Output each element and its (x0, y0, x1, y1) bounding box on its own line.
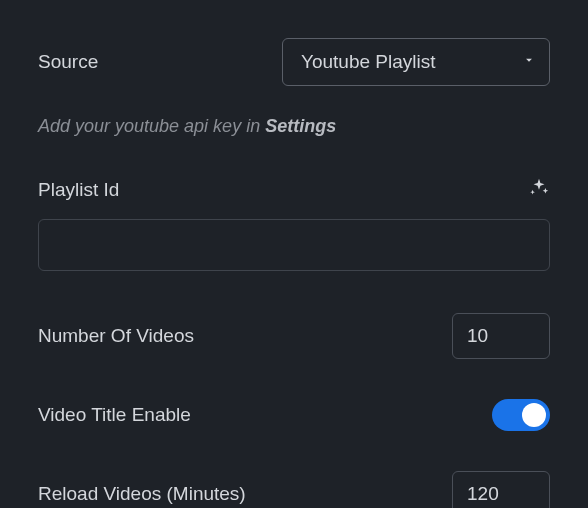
source-select-value: Youtube Playlist (301, 51, 436, 73)
video-title-enable-toggle[interactable] (492, 399, 550, 431)
number-of-videos-input[interactable] (452, 313, 550, 359)
reload-videos-input[interactable] (452, 471, 550, 508)
playlist-id-label-row: Playlist Id (38, 177, 550, 203)
playlist-id-input[interactable] (38, 219, 550, 271)
reload-videos-label: Reload Videos (Minutes) (38, 483, 246, 505)
reload-videos-row: Reload Videos (Minutes) (38, 471, 550, 508)
playlist-id-input-wrap (38, 219, 550, 271)
video-title-enable-row: Video Title Enable (38, 399, 550, 431)
playlist-id-label: Playlist Id (38, 179, 119, 201)
number-of-videos-row: Number Of Videos (38, 313, 550, 359)
source-row: Source Youtube Playlist (38, 38, 550, 86)
number-of-videos-label: Number Of Videos (38, 325, 194, 347)
sparkle-icon[interactable] (528, 177, 550, 203)
hint-settings-link[interactable]: Settings (265, 116, 336, 136)
api-key-hint: Add your youtube api key in Settings (38, 116, 550, 137)
video-title-enable-label: Video Title Enable (38, 404, 191, 426)
source-select[interactable]: Youtube Playlist (282, 38, 550, 86)
source-select-wrap: Youtube Playlist (282, 38, 550, 86)
hint-prefix: Add your youtube api key in (38, 116, 265, 136)
source-label: Source (38, 51, 98, 73)
